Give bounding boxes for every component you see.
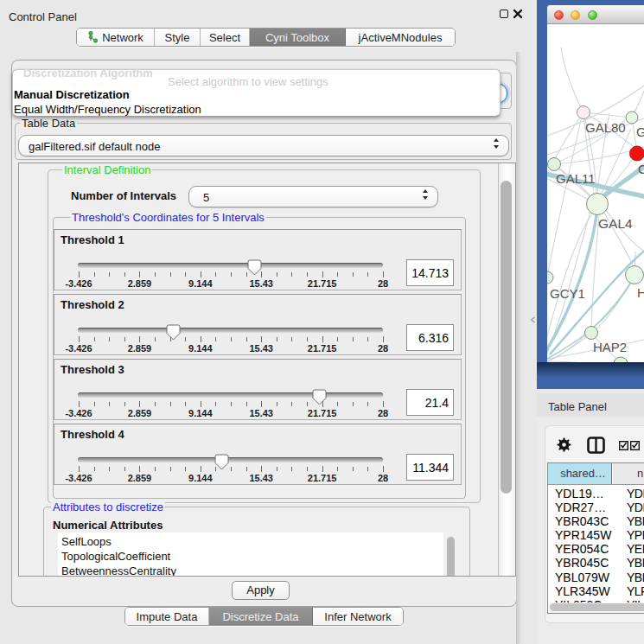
- svg-text:GAL11: GAL11: [556, 171, 596, 186]
- svg-text:GCY1: GCY1: [550, 286, 585, 301]
- svg-text:GAL80: GAL80: [585, 120, 626, 135]
- svg-text:GAL4: GAL4: [598, 216, 633, 231]
- svg-text:GA: GA: [636, 124, 644, 139]
- svg-text:H: H: [637, 285, 644, 300]
- svg-text:HAP2: HAP2: [593, 340, 627, 354]
- svg-text:C: C: [638, 162, 644, 176]
